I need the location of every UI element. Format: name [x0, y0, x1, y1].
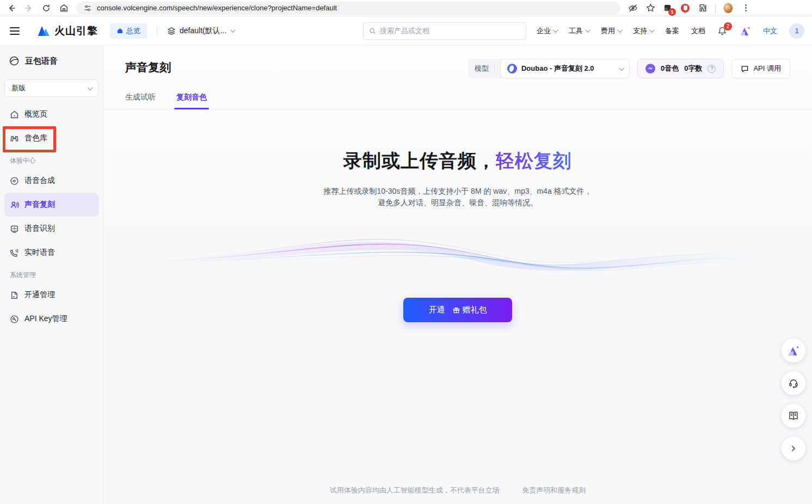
project-selector[interactable]: default(默认... — [167, 26, 234, 36]
brand-name: 火山引擎 — [54, 24, 98, 38]
menu-docs[interactable]: 文档 — [691, 26, 705, 36]
volcengine-logo[interactable]: 火山引擎 — [37, 24, 98, 38]
chevron-down-icon — [617, 27, 623, 33]
layers-icon — [167, 27, 176, 35]
overview-button[interactable]: 总览 — [110, 23, 147, 39]
gift-icon — [453, 306, 460, 314]
sidebar-item-realtime[interactable]: 实时语音 — [4, 241, 99, 265]
activate-label: 开通 — [429, 305, 445, 315]
sidebar-item-tts[interactable]: 语音合成 — [4, 169, 99, 193]
chevron-right-icon — [790, 445, 797, 452]
sidebar-section-experience: 体验中心 — [4, 150, 99, 169]
api-call-button[interactable]: API 调用 — [731, 59, 790, 78]
waveform-graphic — [103, 228, 812, 282]
hero-description: 推荐上传或录制10-30s音频，上传支持小于 8M 的 wav、mp3、m4a … — [103, 186, 812, 208]
url-text[interactable]: console.volcengine.com/speech/new/experi… — [97, 4, 337, 12]
menu-icp[interactable]: 备案 — [665, 26, 679, 36]
api-key-icon — [10, 315, 19, 324]
site-settings-icon[interactable] — [83, 3, 93, 13]
speech-recognition-icon — [10, 224, 19, 233]
address-bar[interactable]: console.volcengine.com/speech/new/experi… — [76, 2, 620, 15]
back-icon[interactable] — [7, 3, 16, 13]
hero-title-black: 录制或上传音频， — [343, 150, 496, 171]
product-search[interactable] — [363, 22, 526, 40]
chevron-down-icon — [585, 27, 590, 33]
privacy-eye-icon[interactable] — [628, 3, 638, 13]
activate-button[interactable]: 开通 赠礼包 — [403, 298, 512, 322]
chevron-down-icon — [649, 27, 655, 33]
version-label: 新版 — [11, 83, 26, 93]
doubao-model-icon — [507, 64, 517, 73]
sidebar-item-activation[interactable]: 开通管理 — [4, 283, 99, 307]
sidebar: 豆包语音 新版 概览页 音色库 体验中心 语音合成 声音复刻 — [0, 46, 103, 504]
extensions-puzzle-icon[interactable] — [698, 3, 708, 13]
model-value: Doubao - 声音复刻 2.0 — [521, 64, 614, 73]
tabs: 生成试听 复刻音色 — [103, 93, 812, 109]
hero-section: 录制或上传音频，轻松复刻 推荐上传或录制10-30s音频，上传支持小于 8M 的… — [103, 149, 812, 322]
docs-float-button[interactable] — [782, 404, 805, 428]
account-avatar[interactable]: 1 — [789, 23, 804, 39]
hero-title: 录制或上传音频，轻松复刻 — [103, 149, 812, 174]
model-group: 模型 Doubao - 声音复刻 2.0 — [468, 59, 630, 78]
notification-badge: 2 — [724, 22, 732, 30]
blocker-extension-icon[interactable] — [680, 3, 690, 13]
ai-helper-float-button[interactable] — [782, 339, 805, 362]
menu-support[interactable]: 支持 — [633, 26, 653, 36]
voice-count: 0音色 — [661, 64, 679, 73]
usage-quota-pill[interactable]: 0音色 0字数 ? — [637, 59, 724, 78]
search-icon — [369, 27, 376, 35]
sidebar-item-overview[interactable]: 概览页 — [4, 102, 99, 126]
toolbar-divider — [715, 4, 716, 13]
footer-terms-link[interactable]: 免责声明和服务规则 — [522, 486, 586, 494]
hamburger-menu-icon[interactable] — [10, 27, 20, 35]
profile-avatar[interactable] — [723, 3, 733, 13]
activation-doc-icon — [10, 291, 19, 300]
menu-billing[interactable]: 费用 — [601, 26, 621, 36]
support-float-button[interactable] — [782, 371, 805, 395]
search-input[interactable] — [380, 27, 520, 35]
browser-menu-icon[interactable] — [741, 3, 751, 13]
tab-generate-preview[interactable]: 生成试听 — [125, 93, 156, 109]
floating-toolbar — [782, 339, 805, 460]
notifications-button[interactable]: 2 — [717, 26, 727, 36]
collapse-float-button[interactable] — [782, 437, 805, 460]
extension-sidebar-icon[interactable]: 1 — [663, 3, 673, 13]
browser-toolbar: console.volcengine.com/speech/new/experi… — [0, 0, 812, 16]
home-outline-icon — [10, 110, 19, 119]
project-name: default(默认... — [180, 26, 226, 36]
ai-mountain-icon — [739, 26, 751, 36]
mountain-logo-icon — [37, 25, 51, 37]
realtime-voice-icon — [10, 248, 19, 257]
refresh-icon[interactable] — [41, 3, 51, 13]
extension-badge: 1 — [668, 8, 676, 16]
sidebar-item-voice-clone[interactable]: 声音复刻 — [4, 193, 99, 217]
chevron-down-icon — [88, 85, 93, 90]
model-toolbar: 模型 Doubao - 声音复刻 2.0 0音色 0字数 ? API 调用 — [468, 59, 790, 78]
voice-clone-icon — [10, 200, 19, 210]
api-chat-icon — [741, 65, 749, 73]
overview-home-icon — [116, 27, 124, 34]
bookmark-star-icon[interactable] — [645, 3, 655, 13]
doubao-speech-icon — [9, 56, 20, 66]
help-icon[interactable]: ? — [708, 65, 716, 73]
tab-clone-voice[interactable]: 复刻音色 — [176, 93, 207, 109]
menu-tools[interactable]: 工具 — [569, 26, 589, 36]
gift-label: 赠礼包 — [463, 305, 487, 315]
speech-synthesis-icon — [10, 176, 19, 186]
version-selector[interactable]: 新版 — [4, 79, 99, 97]
language-switch[interactable]: 中文 — [763, 26, 777, 36]
ai-assistant-button[interactable] — [739, 26, 751, 36]
chevron-down-icon — [230, 27, 236, 33]
home-icon[interactable] — [59, 3, 69, 13]
model-select[interactable]: Doubao - 声音复刻 2.0 — [500, 59, 630, 78]
nav-separator — [157, 26, 157, 36]
menu-enterprise[interactable]: 企业 — [537, 26, 557, 36]
chevron-down-icon — [553, 27, 558, 33]
forward-icon[interactable] — [24, 3, 34, 13]
sidebar-item-asr[interactable]: 语音识别 — [4, 217, 99, 241]
sidebar-item-voice-library[interactable]: 音色库 — [4, 126, 99, 150]
quota-icon — [645, 64, 655, 73]
footer-disclaimer: 试用体验内容均由人工智能模型生成，不代表平台立场 — [330, 486, 500, 494]
char-count: 0字数 — [684, 64, 702, 73]
sidebar-item-api-key[interactable]: API Key管理 — [4, 307, 99, 331]
